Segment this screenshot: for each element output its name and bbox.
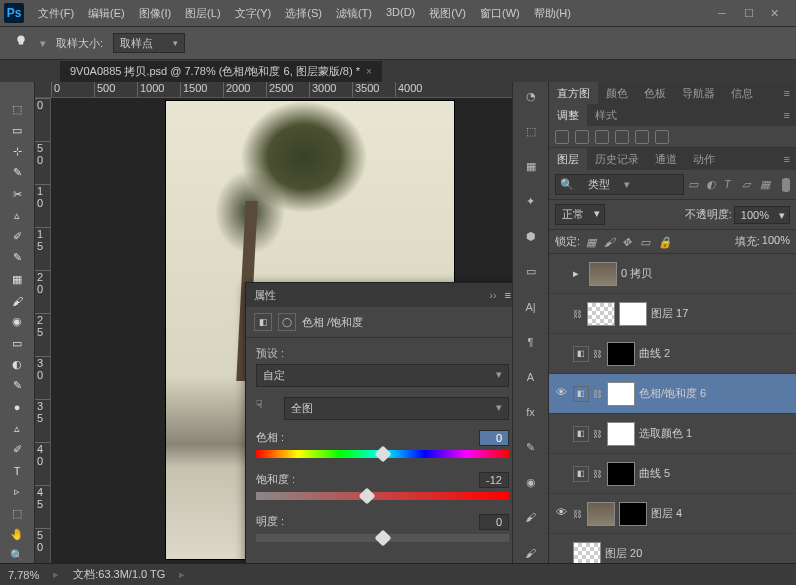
tool[interactable]: ▵ [6, 421, 28, 435]
panel-menu-icon[interactable]: ≡ [776, 149, 796, 169]
zoom-level[interactable]: 7.78% [8, 569, 39, 581]
preset-dropdown[interactable]: 自定 [256, 364, 509, 387]
tool[interactable]: ▭ [6, 123, 28, 137]
layer-row[interactable]: ▸0 拷贝 [549, 254, 796, 294]
adj-icon[interactable] [575, 130, 589, 144]
layer-row[interactable]: ◧⛓选取颜色 1 [549, 414, 796, 454]
layer-thumbnail[interactable] [587, 302, 615, 326]
close-icon[interactable]: ✕ [770, 7, 782, 19]
range-dropdown[interactable]: 全图 [284, 397, 509, 420]
hue-value[interactable]: 0 [479, 430, 509, 446]
tool[interactable]: 🔍 [6, 549, 28, 563]
tool[interactable]: ▦ [6, 272, 28, 286]
tool[interactable]: ⊹ [6, 145, 28, 159]
layer-row[interactable]: ◧⛓曲线 2 [549, 334, 796, 374]
tool[interactable]: ● [6, 400, 28, 414]
link-icon[interactable]: ⛓ [573, 309, 583, 319]
menu-item[interactable]: 文件(F) [32, 2, 80, 25]
tool[interactable]: ✂ [6, 187, 28, 201]
tool[interactable]: 🤚 [6, 527, 28, 541]
layer-name[interactable]: 图层 4 [651, 506, 792, 521]
layer-name[interactable]: 曲线 2 [639, 346, 792, 361]
layer-visibility-icon[interactable] [553, 466, 569, 482]
menu-item[interactable]: 视图(V) [423, 2, 472, 25]
tool[interactable]: ⬚ [6, 506, 28, 520]
dock-icon[interactable]: ⬢ [520, 226, 542, 247]
dock-icon[interactable]: 🖌 [520, 542, 542, 563]
lightness-value[interactable]: 0 [479, 514, 509, 530]
opacity-value[interactable]: 100% [734, 206, 790, 224]
layer-visibility-icon[interactable]: 👁 [553, 386, 569, 402]
panel-tab[interactable]: 导航器 [674, 82, 723, 105]
link-icon[interactable]: ⛓ [593, 429, 603, 439]
layer-mask-thumbnail[interactable] [607, 382, 635, 406]
menu-item[interactable]: 3D(D) [380, 2, 421, 25]
panel-tab[interactable]: 调整 [549, 104, 587, 127]
maximize-icon[interactable]: ☐ [744, 7, 756, 19]
tool[interactable]: ✐ [6, 230, 28, 244]
menu-item[interactable]: 选择(S) [279, 2, 328, 25]
adj-icon[interactable] [615, 130, 629, 144]
dock-icon[interactable]: ✎ [520, 437, 542, 458]
tool[interactable]: ▹ [6, 485, 28, 499]
layer-thumbnail[interactable] [619, 502, 647, 526]
filter-shape-icon[interactable]: ▱ [742, 178, 756, 192]
panel-menu-icon[interactable]: ≡ [776, 83, 796, 103]
layer-visibility-icon[interactable] [553, 426, 569, 442]
link-icon[interactable]: ⛓ [593, 349, 603, 359]
mask-icon[interactable]: ◯ [278, 313, 296, 331]
panel-collapse-icon[interactable]: ›› [489, 289, 496, 301]
layer-visibility-icon[interactable] [553, 266, 569, 282]
filter-toggle[interactable] [782, 178, 790, 192]
document-tab[interactable]: 9V0A0885 拷贝.psd @ 7.78% (色相/饱和度 6, 图层蒙版/… [60, 61, 382, 82]
dock-icon[interactable]: ¶ [520, 332, 542, 353]
dock-icon[interactable]: ◔ [520, 86, 542, 107]
tool[interactable]: ◉ [6, 315, 28, 329]
dock-icon[interactable]: A| [520, 296, 542, 317]
panel-tab[interactable]: 信息 [723, 82, 761, 105]
tool[interactable]: ✎ [6, 166, 28, 180]
eyedropper-sub-icon[interactable]: ✎₋ [308, 562, 324, 563]
layer-mask-thumbnail[interactable] [607, 342, 635, 366]
menu-item[interactable]: 编辑(E) [82, 2, 131, 25]
dock-icon[interactable]: ▭ [520, 261, 542, 282]
layer-row[interactable]: ◧⛓曲线 5 [549, 454, 796, 494]
menu-item[interactable]: 滤镜(T) [330, 2, 378, 25]
filter-type-icon[interactable]: T [724, 178, 738, 192]
adj-icon[interactable] [635, 130, 649, 144]
layer-name[interactable]: 图层 17 [651, 306, 792, 321]
tool[interactable]: ▵ [6, 208, 28, 222]
layer-mask-thumbnail[interactable] [607, 462, 635, 486]
tool[interactable]: 🖌 [6, 293, 28, 307]
tool[interactable]: ⬚ [6, 102, 28, 116]
menu-item[interactable]: 图层(L) [179, 2, 226, 25]
layer-visibility-icon[interactable] [553, 346, 569, 362]
blend-mode-dropdown[interactable]: 正常 [555, 204, 605, 225]
layer-visibility-icon[interactable] [553, 306, 569, 322]
tool[interactable]: ◐ [6, 357, 28, 371]
doc-size[interactable]: 文档:63.3M/1.0 TG [73, 567, 165, 582]
dock-icon[interactable]: ✦ [520, 191, 542, 212]
panel-tab[interactable]: 动作 [685, 148, 723, 171]
layer-row[interactable]: 👁⛓图层 4 [549, 494, 796, 534]
fill-value[interactable]: 100% [762, 234, 790, 249]
adj-icon[interactable] [595, 130, 609, 144]
filter-pixel-icon[interactable]: ▭ [688, 178, 702, 192]
menu-item[interactable]: 文字(Y) [229, 2, 278, 25]
panel-menu-icon[interactable]: ≡ [776, 105, 796, 125]
dock-icon[interactable]: ⬚ [520, 121, 542, 142]
layer-filter-dropdown[interactable]: 🔍 类型 [555, 174, 684, 195]
layer-thumbnail[interactable] [589, 262, 617, 286]
lock-pixel-icon[interactable]: 🖌 [604, 236, 616, 248]
panel-tab[interactable]: 历史记录 [587, 148, 647, 171]
panel-tab[interactable]: 图层 [549, 148, 587, 171]
tool[interactable]: ✐ [6, 442, 28, 456]
panel-tab[interactable]: 通道 [647, 148, 685, 171]
sample-size-dropdown[interactable]: 取样点 [113, 33, 185, 53]
lock-all-icon[interactable]: 🔒 [658, 236, 670, 248]
dock-icon[interactable]: ▦ [520, 156, 542, 177]
layer-visibility-icon[interactable] [553, 546, 569, 562]
adj-icon[interactable] [555, 130, 569, 144]
filter-adj-icon[interactable]: ◐ [706, 178, 720, 192]
layer-thumbnail[interactable] [573, 542, 601, 564]
